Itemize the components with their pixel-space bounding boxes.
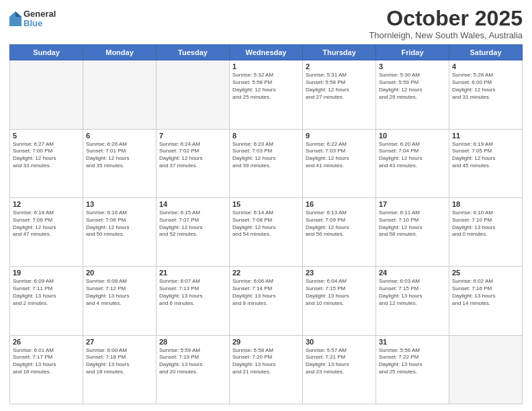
- calendar-cell: 24Sunrise: 6:03 AM Sunset: 7:15 PM Dayli…: [376, 267, 449, 335]
- day-info: Sunrise: 6:06 AM Sunset: 7:14 PM Dayligh…: [232, 278, 300, 307]
- calendar-cell: 31Sunrise: 5:56 AM Sunset: 7:22 PM Dayli…: [376, 335, 449, 404]
- calendar-cell: 28Sunrise: 5:59 AM Sunset: 7:19 PM Dayli…: [157, 335, 230, 404]
- day-info: Sunrise: 6:04 AM Sunset: 7:15 PM Dayligh…: [306, 278, 373, 307]
- day-info: Sunrise: 5:31 AM Sunset: 5:58 PM Dayligh…: [306, 72, 373, 101]
- day-info: Sunrise: 6:02 AM Sunset: 7:16 PM Dayligh…: [452, 278, 519, 307]
- svg-marker-1: [15, 11, 21, 17]
- page: General Blue October 2025 Thornleigh, Ne…: [0, 0, 532, 411]
- day-info: Sunrise: 6:13 AM Sunset: 7:09 PM Dayligh…: [306, 210, 373, 238]
- calendar-cell: 22Sunrise: 6:06 AM Sunset: 7:14 PM Dayli…: [230, 267, 303, 335]
- day-number: 7: [159, 132, 226, 140]
- day-number: 21: [159, 269, 226, 277]
- day-info: Sunrise: 6:20 AM Sunset: 7:04 PM Dayligh…: [379, 141, 446, 170]
- day-info: Sunrise: 6:01 AM Sunset: 7:17 PM Dayligh…: [13, 347, 80, 376]
- day-info: Sunrise: 6:11 AM Sunset: 7:10 PM Dayligh…: [379, 210, 446, 238]
- day-info: Sunrise: 6:10 AM Sunset: 7:10 PM Dayligh…: [452, 210, 519, 238]
- calendar-table: SundayMondayTuesdayWednesdayThursdayFrid…: [9, 44, 523, 404]
- logo-general-label: General: [24, 9, 56, 19]
- calendar-cell: 27Sunrise: 6:00 AM Sunset: 7:18 PM Dayli…: [83, 335, 157, 404]
- day-info: Sunrise: 6:07 AM Sunset: 7:13 PM Dayligh…: [159, 278, 226, 307]
- day-number: 10: [379, 132, 446, 140]
- day-info: Sunrise: 6:15 AM Sunset: 7:07 PM Dayligh…: [159, 210, 226, 238]
- day-info: Sunrise: 6:09 AM Sunset: 7:11 PM Dayligh…: [13, 278, 80, 307]
- calendar-week-2: 5Sunrise: 6:27 AM Sunset: 7:00 PM Daylig…: [10, 129, 523, 197]
- day-info: Sunrise: 6:23 AM Sunset: 7:03 PM Dayligh…: [232, 141, 300, 170]
- day-number: 16: [306, 200, 373, 208]
- calendar-cell: 21Sunrise: 6:07 AM Sunset: 7:13 PM Dayli…: [157, 267, 230, 335]
- day-number: 9: [306, 132, 373, 140]
- calendar-cell: 14Sunrise: 6:15 AM Sunset: 7:07 PM Dayli…: [157, 197, 230, 266]
- day-info: Sunrise: 6:08 AM Sunset: 7:12 PM Dayligh…: [86, 278, 153, 307]
- calendar-cell: 15Sunrise: 6:14 AM Sunset: 7:08 PM Dayli…: [230, 197, 303, 266]
- calendar-week-3: 12Sunrise: 6:18 AM Sunset: 7:06 PM Dayli…: [10, 197, 523, 266]
- day-number: 17: [379, 200, 446, 208]
- day-number: 30: [306, 338, 373, 346]
- calendar-cell: 10Sunrise: 6:20 AM Sunset: 7:04 PM Dayli…: [376, 129, 449, 197]
- day-number: 3: [379, 62, 446, 71]
- calendar-cell: 16Sunrise: 6:13 AM Sunset: 7:09 PM Dayli…: [303, 197, 376, 266]
- calendar-week-5: 26Sunrise: 6:01 AM Sunset: 7:17 PM Dayli…: [10, 335, 523, 404]
- calendar-cell: [83, 60, 157, 129]
- calendar-cell: 6Sunrise: 6:26 AM Sunset: 7:01 PM Daylig…: [83, 129, 157, 197]
- day-info: Sunrise: 5:28 AM Sunset: 6:00 PM Dayligh…: [452, 72, 519, 101]
- day-info: Sunrise: 6:14 AM Sunset: 7:08 PM Dayligh…: [232, 210, 300, 238]
- day-number: 8: [232, 132, 300, 140]
- calendar-cell: 18Sunrise: 6:10 AM Sunset: 7:10 PM Dayli…: [449, 197, 523, 266]
- calendar-cell: 1Sunrise: 5:32 AM Sunset: 5:58 PM Daylig…: [230, 60, 303, 129]
- calendar-cell: 4Sunrise: 5:28 AM Sunset: 6:00 PM Daylig…: [449, 60, 523, 129]
- weekday-header-saturday: Saturday: [449, 45, 523, 60]
- day-number: 11: [452, 132, 519, 140]
- logo: General Blue: [9, 9, 56, 29]
- day-number: 19: [13, 269, 80, 277]
- day-number: 27: [86, 338, 153, 346]
- day-number: 15: [232, 200, 300, 208]
- day-number: 31: [379, 338, 446, 346]
- day-number: 28: [159, 338, 226, 346]
- day-number: 25: [452, 269, 519, 277]
- day-info: Sunrise: 5:32 AM Sunset: 5:58 PM Dayligh…: [232, 72, 300, 101]
- day-number: 13: [86, 200, 153, 208]
- calendar-cell: 2Sunrise: 5:31 AM Sunset: 5:58 PM Daylig…: [303, 60, 376, 129]
- calendar-week-4: 19Sunrise: 6:09 AM Sunset: 7:11 PM Dayli…: [10, 267, 523, 335]
- day-info: Sunrise: 5:56 AM Sunset: 7:22 PM Dayligh…: [379, 347, 446, 376]
- day-number: 6: [86, 132, 153, 140]
- day-info: Sunrise: 6:03 AM Sunset: 7:15 PM Dayligh…: [379, 278, 446, 307]
- day-number: 1: [232, 62, 300, 71]
- title-block: October 2025 Thornleigh, New South Wales…: [369, 7, 523, 40]
- day-number: 12: [13, 200, 80, 208]
- day-info: Sunrise: 6:19 AM Sunset: 7:05 PM Dayligh…: [452, 141, 519, 170]
- day-info: Sunrise: 5:57 AM Sunset: 7:21 PM Dayligh…: [306, 347, 373, 376]
- calendar-cell: 7Sunrise: 6:24 AM Sunset: 7:02 PM Daylig…: [157, 129, 230, 197]
- day-number: 24: [379, 269, 446, 277]
- calendar-cell: 11Sunrise: 6:19 AM Sunset: 7:05 PM Dayli…: [449, 129, 523, 197]
- calendar-cell: 23Sunrise: 6:04 AM Sunset: 7:15 PM Dayli…: [303, 267, 376, 335]
- day-info: Sunrise: 6:26 AM Sunset: 7:01 PM Dayligh…: [86, 141, 153, 170]
- weekday-header-row: SundayMondayTuesdayWednesdayThursdayFrid…: [10, 45, 523, 60]
- day-number: 26: [13, 338, 80, 346]
- calendar-header: SundayMondayTuesdayWednesdayThursdayFrid…: [10, 45, 523, 60]
- day-info: Sunrise: 6:24 AM Sunset: 7:02 PM Dayligh…: [159, 141, 226, 170]
- weekday-header-monday: Monday: [83, 45, 157, 60]
- calendar-cell: 3Sunrise: 5:30 AM Sunset: 5:59 PM Daylig…: [376, 60, 449, 129]
- day-number: 5: [13, 132, 80, 140]
- day-number: 4: [452, 62, 519, 71]
- weekday-header-friday: Friday: [376, 45, 449, 60]
- calendar-cell: 13Sunrise: 6:16 AM Sunset: 7:06 PM Dayli…: [83, 197, 157, 266]
- day-info: Sunrise: 6:18 AM Sunset: 7:06 PM Dayligh…: [13, 210, 80, 238]
- month-title: October 2025: [369, 7, 523, 30]
- day-number: 14: [159, 200, 226, 208]
- calendar-cell: 25Sunrise: 6:02 AM Sunset: 7:16 PM Dayli…: [449, 267, 523, 335]
- day-number: 18: [452, 200, 519, 208]
- header: General Blue October 2025 Thornleigh, Ne…: [9, 7, 523, 40]
- day-info: Sunrise: 6:16 AM Sunset: 7:06 PM Dayligh…: [86, 210, 153, 238]
- day-number: 2: [306, 62, 373, 71]
- calendar-cell: 26Sunrise: 6:01 AM Sunset: 7:17 PM Dayli…: [10, 335, 83, 404]
- calendar-cell: [449, 335, 523, 404]
- day-number: 22: [232, 269, 300, 277]
- logo-icon: [9, 11, 21, 26]
- calendar-cell: 19Sunrise: 6:09 AM Sunset: 7:11 PM Dayli…: [10, 267, 83, 335]
- day-number: 29: [232, 338, 300, 346]
- calendar-cell: 29Sunrise: 5:58 AM Sunset: 7:20 PM Dayli…: [230, 335, 303, 404]
- day-info: Sunrise: 5:30 AM Sunset: 5:59 PM Dayligh…: [379, 72, 446, 101]
- day-info: Sunrise: 6:22 AM Sunset: 7:03 PM Dayligh…: [306, 141, 373, 170]
